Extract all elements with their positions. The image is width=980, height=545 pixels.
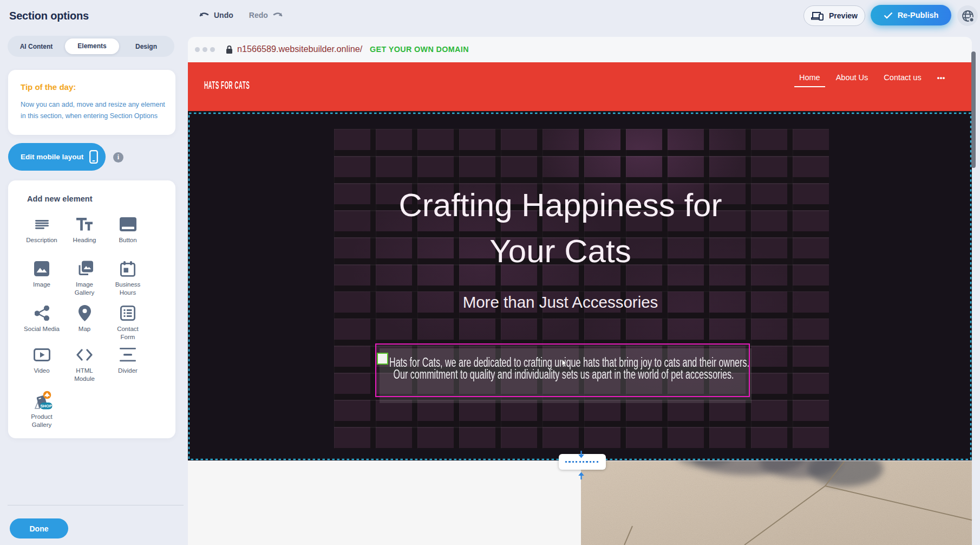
svg-text:SHOP: SHOP	[40, 404, 52, 408]
